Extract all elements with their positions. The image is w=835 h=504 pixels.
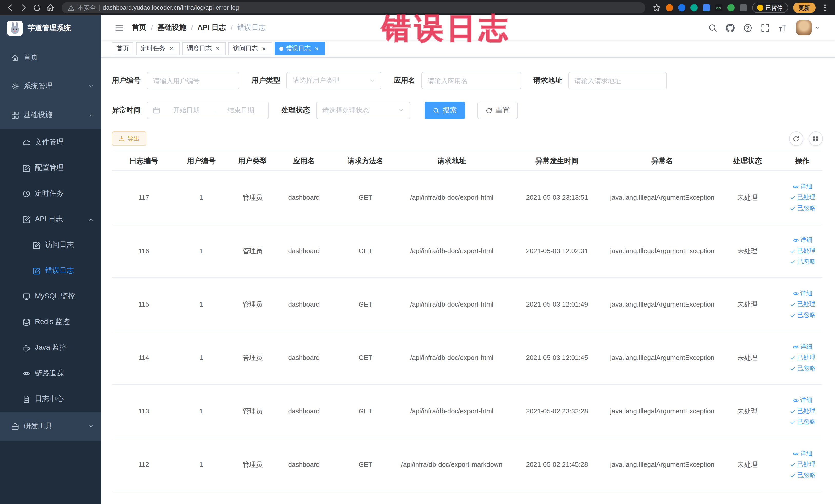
extension-icon[interactable]: on [715,4,722,11]
sidebar-item-dev-tools[interactable]: 研发工具 [0,412,101,441]
sidebar-item-api-log[interactable]: API 日志 [0,206,101,232]
bookmark-star-icon[interactable] [652,4,660,12]
detail-link[interactable]: 详细 [792,236,812,244]
ignore-link[interactable]: 已忽略 [789,364,815,373]
check-icon [789,259,795,265]
download-icon [119,136,125,142]
user-menu[interactable] [796,20,820,36]
app-name-label: 应用名 [394,76,415,85]
extension-icon[interactable] [690,4,697,11]
user-type-select[interactable]: 请选择用户类型 [286,72,382,89]
tag-错误日志[interactable]: 错误日志× [274,42,325,55]
request-url-input[interactable] [568,72,667,89]
view-icon [792,184,798,190]
address-bar[interactable]: 不安全 dashboard.yudao.iocoder.cn/infra/log… [62,2,645,13]
sidebar-item-error-log[interactable]: 错误日志 [0,258,101,283]
profile-paused-button[interactable]: 已暂停 [752,3,788,13]
detail-link[interactable]: 详细 [792,396,812,405]
sidebar-item-scheduled-job[interactable]: 定时任务 [0,181,101,206]
cell-user_type: 管理员 [227,246,278,256]
reset-button-label: 重置 [495,106,510,115]
user-id-input[interactable] [147,72,239,89]
github-icon[interactable] [726,23,734,32]
sidebar-item-system[interactable]: 系统管理 [0,72,101,101]
app-logo[interactable]: 芋道管理系统 [0,15,101,41]
sidebar-item-redis-monitor[interactable]: Redis 监控 [0,309,101,335]
ignore-link[interactable]: 已忽略 [789,418,815,426]
breadcrumb-item[interactable]: 基础设施 [158,23,186,32]
sidebar-item-mysql-monitor[interactable]: MySQL 监控 [0,283,101,309]
search-icon[interactable] [708,23,717,32]
sidebar-item-file-manage[interactable]: 文件管理 [0,129,101,155]
tag-访问日志[interactable]: 访问日志× [228,42,272,55]
processed-link[interactable]: 已处理 [789,460,815,469]
cell-app: dashboard [278,247,330,255]
fullscreen-icon[interactable] [760,23,769,32]
extension-icon[interactable] [666,4,673,11]
close-icon[interactable]: × [214,45,221,52]
extension-icon[interactable] [702,4,710,11]
sidebar-item-trace[interactable]: 链路追踪 [0,361,101,386]
tag-定时任务[interactable]: 定时任务× [136,42,180,55]
sidebar-item-label: 基础设施 [24,110,84,120]
ignore-link[interactable]: 已忽略 [789,311,815,319]
detail-link[interactable]: 详细 [792,449,812,458]
exception-time-range-picker[interactable]: 开始日期 - 结束日期 [147,102,269,119]
breadcrumb-item[interactable]: 首页 [132,23,146,32]
security-label: 不安全 [78,3,96,12]
font-size-icon[interactable] [778,23,787,32]
help-icon[interactable] [743,23,752,32]
detail-link[interactable]: 详细 [792,289,812,298]
column-header: 应用名 [278,156,330,166]
browser-home-icon[interactable] [46,4,55,12]
detail-link[interactable]: 详细 [792,343,812,351]
processed-link[interactable]: 已处理 [789,246,815,255]
column-settings-button[interactable] [808,132,823,146]
processed-link[interactable]: 已处理 [789,353,815,362]
close-icon[interactable]: × [313,45,320,52]
extension-icon[interactable] [678,4,685,11]
chevron-down-icon [398,107,404,114]
hamburger-icon[interactable] [115,23,124,33]
sidebar-item-infra[interactable]: 基础设施 [0,101,101,129]
detail-link[interactable]: 详细 [792,182,812,191]
ignore-link[interactable]: 已忽略 [789,204,815,213]
processed-link[interactable]: 已处理 [789,300,815,309]
sidebar-item-config-manage[interactable]: 配置管理 [0,155,101,181]
reset-button[interactable]: 重置 [477,102,518,119]
export-button[interactable]: 导出 [112,132,146,146]
close-icon[interactable]: × [168,45,175,52]
cell-status: 未处理 [713,246,782,256]
refresh-table-button[interactable] [789,132,803,146]
sidebar-item-log-center[interactable]: 日志中心 [0,386,101,412]
ignore-link[interactable]: 已忽略 [789,471,815,480]
sidebar-item-java-monitor[interactable]: Java 监控 [0,335,101,361]
processed-link[interactable]: 已处理 [789,407,815,416]
update-button[interactable]: 更新 [793,3,815,13]
tag-调度日志[interactable]: 调度日志× [182,42,226,55]
clock-icon [23,190,30,198]
search-button[interactable]: 搜索 [425,102,465,119]
forward-icon[interactable] [20,4,28,12]
tag-首页[interactable]: 首页 [112,42,134,55]
ignore-link[interactable]: 已忽略 [789,257,815,266]
sidebar-item-access-log[interactable]: 访问日志 [0,232,101,258]
cell-user_type: 管理员 [227,460,278,469]
toolbox-icon [11,422,19,430]
breadcrumb-item[interactable]: API 日志 [198,23,226,32]
cell-user_type: 管理员 [227,193,278,202]
sidebar-item-home[interactable]: 首页 [0,43,101,72]
browser-menu-kebab-icon[interactable] [821,4,829,12]
extension-icon[interactable] [727,4,734,11]
app-name-input[interactable] [422,72,521,89]
close-icon[interactable]: × [260,45,267,52]
cell-method: GET [330,407,402,415]
process-status-select[interactable]: 请选择处理状态 [316,102,410,119]
cell-user_type: 管理员 [227,300,278,309]
back-icon[interactable] [6,4,14,12]
reload-icon[interactable] [33,4,41,12]
check-icon [789,205,795,211]
end-date-placeholder: 结束日期 [219,106,263,115]
processed-link[interactable]: 已处理 [789,193,815,202]
extension-puzzle-icon[interactable] [739,4,747,11]
